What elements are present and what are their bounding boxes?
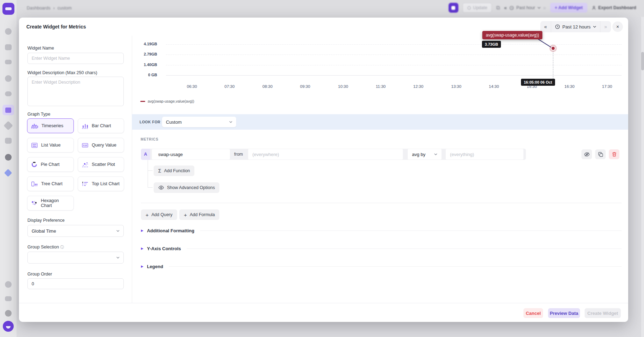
from-label: from bbox=[234, 149, 243, 160]
time-back-icon[interactable]: « bbox=[504, 5, 507, 11]
metric-name-input[interactable] bbox=[152, 149, 230, 160]
services-icon[interactable] bbox=[5, 44, 12, 50]
breadcrumb-root[interactable]: Dashboards bbox=[27, 6, 50, 11]
list-icon[interactable] bbox=[5, 60, 12, 64]
timeseries-icon bbox=[31, 123, 38, 129]
tree-connector bbox=[148, 170, 153, 171]
look-for-select[interactable]: Custom bbox=[162, 117, 236, 127]
y-tick: 4.19GB bbox=[131, 42, 157, 46]
section-label: Y-Axis Controls bbox=[147, 246, 181, 251]
section-line bbox=[187, 248, 622, 249]
hovered-data-point[interactable] bbox=[552, 47, 555, 50]
group-selection-label: Group Selection ⓘ bbox=[27, 245, 64, 250]
app-logo[interactable] bbox=[2, 3, 14, 15]
page-scrollbar[interactable] bbox=[641, 17, 644, 337]
graph-type-timeseries[interactable]: Timeseries bbox=[27, 118, 74, 133]
share-link-icon[interactable]: ⧉ bbox=[496, 5, 500, 11]
home-icon[interactable] bbox=[5, 28, 12, 35]
graph-type-pie-chart[interactable]: Pie Chart bbox=[27, 157, 74, 172]
y-tick: 2.79GB bbox=[131, 52, 157, 56]
grid-icon bbox=[451, 6, 455, 10]
alerts-icon[interactable] bbox=[4, 121, 13, 130]
widget-description-input[interactable] bbox=[27, 77, 124, 106]
chevron-down-icon bbox=[116, 230, 120, 232]
close-icon: × bbox=[616, 24, 619, 30]
breadcrumb-current: custom bbox=[58, 6, 72, 11]
avatar-glyph bbox=[6, 326, 11, 329]
graph-type-tree-chart[interactable]: Tree Chart bbox=[27, 176, 74, 191]
filter-input[interactable] bbox=[248, 149, 403, 160]
add-query-button[interactable]: + Add Query bbox=[141, 209, 177, 220]
group-order-input[interactable] bbox=[27, 278, 124, 289]
pie-chart-icon bbox=[31, 161, 38, 168]
integrations-icon[interactable] bbox=[5, 138, 12, 144]
preview-data-button[interactable]: Preview Data bbox=[548, 308, 580, 318]
graph-type-bar-chart[interactable]: Bar Chart bbox=[78, 118, 124, 133]
display-preference-select[interactable]: Global Time bbox=[27, 225, 124, 237]
tree-chart-icon bbox=[31, 181, 38, 187]
add-formula-label: Add Formula bbox=[190, 212, 215, 217]
add-widget-button[interactable]: + Add Widget bbox=[550, 3, 587, 13]
delete-query-button[interactable] bbox=[609, 149, 619, 159]
y-axis-controls-section[interactable]: ▶ Y-Axis Controls bbox=[141, 245, 622, 252]
collapse-arrow-icon: ▶ bbox=[141, 247, 143, 250]
account-icon[interactable] bbox=[5, 310, 12, 317]
duplicate-query-button[interactable] bbox=[595, 149, 606, 159]
aggregation-select[interactable]: avg by bbox=[408, 149, 442, 160]
show-advanced-options-button[interactable]: Show Advanced Options bbox=[154, 182, 219, 193]
scrollbar-thumb[interactable] bbox=[641, 52, 644, 70]
time-range-dropdown[interactable]: Past 12 hours bbox=[551, 21, 600, 32]
dashboards-icon-active[interactable] bbox=[2, 105, 14, 115]
close-button[interactable]: × bbox=[612, 21, 623, 32]
group-by-input[interactable] bbox=[446, 149, 523, 160]
section-line bbox=[169, 266, 622, 267]
dashboards-glyph bbox=[5, 108, 11, 113]
global-time-picker[interactable]: « Past hour » bbox=[504, 5, 546, 11]
tooltip-series-badge: avg(swap-usage,value(avg)) bbox=[482, 31, 542, 39]
graph-type-query-value[interactable]: 5.12 Query Value bbox=[78, 138, 124, 153]
graph-type-top-list-chart[interactable]: Top List Chart bbox=[78, 176, 124, 191]
graph-type-hexagon-chart[interactable]: Hexagon Chart bbox=[27, 196, 74, 210]
docs-icon[interactable] bbox=[5, 296, 12, 301]
user-avatar[interactable] bbox=[3, 321, 14, 332]
display-preference-label: Display Preference bbox=[27, 218, 65, 223]
settings-icon[interactable] bbox=[5, 154, 12, 161]
modal-time-control: « Past 12 hours » bbox=[540, 21, 611, 32]
chevron-down-icon bbox=[593, 26, 596, 28]
widget-name-input[interactable] bbox=[27, 53, 124, 64]
hide-query-button[interactable] bbox=[581, 149, 592, 159]
cloud-icon[interactable] bbox=[4, 169, 12, 177]
eye-off-icon bbox=[584, 152, 590, 157]
info-icon: ⓘ bbox=[60, 245, 64, 249]
time-forward-icon[interactable]: » bbox=[543, 5, 546, 11]
time-prev-button[interactable]: « bbox=[540, 21, 551, 32]
legend-section[interactable]: ▶ Legend bbox=[141, 263, 622, 270]
export-label: Export Dashboard bbox=[598, 5, 636, 10]
chevron-down-icon bbox=[434, 153, 437, 155]
widget-description-label: Widget Description (Max 250 chars) bbox=[27, 70, 97, 75]
add-formula-button[interactable]: + Add Formula bbox=[179, 209, 219, 220]
traces-icon[interactable] bbox=[5, 91, 12, 96]
logs-icon[interactable] bbox=[5, 75, 12, 82]
help-icon[interactable] bbox=[5, 281, 12, 288]
additional-formatting-section[interactable]: ▶ Additional Formatting bbox=[141, 227, 622, 234]
group-selection-select[interactable] bbox=[27, 252, 124, 264]
topbar-actions: Update ⧉ « Past hour » + Add Widget Expo… bbox=[449, 2, 636, 13]
graph-type-list-value[interactable]: List Value bbox=[27, 138, 74, 153]
group-order-label: Group Order bbox=[27, 272, 52, 277]
widget-name-label: Widget Name bbox=[27, 46, 54, 51]
chart-legend[interactable]: avg(swap-usage,value(avg)) bbox=[140, 99, 194, 103]
x-tick: 07:30 bbox=[215, 84, 244, 89]
tooltip-value-badge: 3.73GB bbox=[482, 41, 501, 48]
crosshair-line bbox=[553, 50, 553, 79]
export-dashboard-button[interactable]: Export Dashboard bbox=[592, 5, 636, 10]
update-button[interactable]: Update bbox=[463, 3, 492, 13]
add-function-button[interactable]: Σ Add Function bbox=[154, 166, 194, 176]
bar-chart-icon bbox=[82, 123, 89, 129]
scatter-plot-icon bbox=[82, 162, 89, 168]
create-widget-button-disabled[interactable]: Create Widget bbox=[585, 308, 621, 318]
time-next-button[interactable]: » bbox=[600, 21, 611, 32]
grid-button[interactable] bbox=[449, 3, 458, 13]
cancel-button[interactable]: Cancel bbox=[523, 308, 543, 318]
graph-type-scatter-plot[interactable]: Scatter Plot bbox=[78, 157, 124, 172]
